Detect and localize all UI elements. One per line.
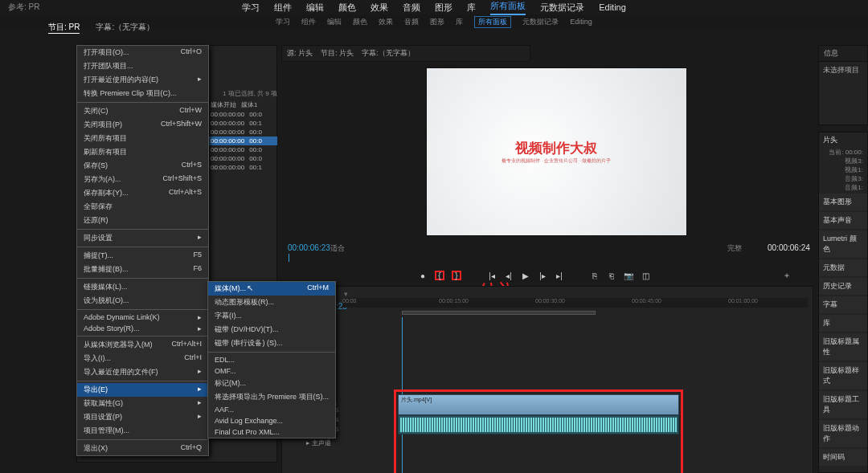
timeline-tracks[interactable]: 👁 V1 ■ ◉ 🔒 A1 M S 🎵 🔒 A2 M S 🎵 🔒 A3 M S … [303,317,808,473]
comparison-icon[interactable]: ◫ [641,271,650,280]
video-clip[interactable]: 片头.mp4[V] [398,394,679,415]
menu-item[interactable]: 链接媒体(L)... [77,280,208,294]
side-panel-tab[interactable]: 旧版标题动作 [819,420,867,447]
submenu-item[interactable]: Avid Log Exchange... [208,415,335,426]
program-fit-label[interactable]: 适合 [330,243,345,254]
ws-edit[interactable]: 编辑 [327,17,342,27]
menu-item[interactable]: 导入(I)...Ctrl+I [77,352,208,365]
submenu-item[interactable]: OMF... [208,365,335,377]
side-panel-tab[interactable]: 基本图形 [819,194,867,210]
menu-item[interactable]: 获取属性(G)▸ [77,397,208,410]
submenu-item[interactable]: 字幕(I)... [208,309,335,323]
play-icon[interactable]: ▶ [521,271,530,280]
bin-row[interactable]: 00:00:00:0000:0 [209,145,277,154]
step-fwd-icon[interactable]: |▸ [538,271,547,280]
menu-all-panels[interactable]: 所有面板 [490,0,526,15]
menu-item[interactable]: 批量捕捉(B)...F6 [77,263,208,276]
menu-item[interactable]: 导出(E)▸ [77,383,208,397]
menu-item[interactable]: 关闭(C)Ctrl+W [77,104,208,118]
side-panel-tab[interactable]: 基本声音 [819,212,867,229]
side-panel-tab[interactable]: 旧版标题工具 [819,391,867,418]
mark-out-button[interactable]: } [452,271,461,280]
submenu-item[interactable]: 磁带 (串行设备) (S)... [208,336,335,350]
step-back-icon[interactable]: ◂| [504,271,514,280]
work-area-bar[interactable] [402,311,596,315]
ws-assembly[interactable]: 组件 [301,17,316,27]
program-in-tc[interactable]: 00:00:06:23 [288,243,330,252]
menu-graphics[interactable]: 图形 [435,2,452,14]
menu-item[interactable]: 设为脱机(O)... [77,294,208,308]
menu-assembly[interactable]: 组件 [274,2,292,14]
menu-item[interactable]: 保存(S)Ctrl+S [77,159,208,173]
menu-item[interactable]: 关闭所有项目 [77,132,208,145]
menu-item[interactable]: 导入最近使用的文件(F)▸ [77,365,208,379]
go-to-in-icon[interactable]: |◂ [487,271,497,280]
bin-row[interactable]: 00:00:00:0000:1 [209,163,277,172]
program-ruler[interactable] [285,254,800,262]
menu-effects[interactable]: 效果 [371,2,388,14]
menu-item[interactable]: 同步设置▸ [77,231,208,245]
menu-item[interactable]: 全部保存 [77,200,208,214]
side-panel-tab[interactable]: 字幕 [819,296,867,313]
menu-item[interactable]: 项目设置(P)▸ [77,410,208,424]
menu-edit[interactable]: 编辑 [306,2,324,14]
ws-learn[interactable]: 学习 [276,17,290,27]
submenu-item[interactable]: AAF... [208,404,335,415]
extract-icon[interactable]: ⎗ [607,271,616,280]
shelf-captions[interactable]: 字幕:（无字幕） [96,22,154,34]
program-full-label[interactable]: 完整 [727,243,742,254]
src-tab-captions[interactable]: 字幕:（无字幕） [362,49,415,57]
bin-row[interactable]: 00:00:00:0000:0 [209,110,277,119]
src-tab-source[interactable]: 源: 片头 [287,49,313,57]
src-tab-program[interactable]: 节目: 片头 [321,49,354,57]
menu-item[interactable]: 还原(R) [77,214,208,227]
side-panel-tab[interactable]: 元数据 [819,259,867,276]
menu-item[interactable]: 关闭项目(P)Ctrl+Shift+W [77,118,208,132]
program-monitor[interactable]: 视频制作大叔 最专业的视频制作 · 企业宣传片公司 · 做最好的片子 [426,67,687,236]
menu-audio[interactable]: 音频 [403,2,420,14]
menu-item[interactable]: 转换 Premiere Clip 项目(C)... [77,87,208,100]
menu-learn[interactable]: 学习 [242,2,260,14]
menu-item[interactable]: 捕捉(T)...F5 [77,249,208,263]
menu-metadata[interactable]: 元数据记录 [540,2,584,14]
submenu-item[interactable]: 媒体(M)...Ctrl+M↖ [208,282,335,296]
ws-graphics[interactable]: 图形 [430,17,444,27]
export-frame-icon[interactable]: 📷 [624,271,633,280]
menu-item[interactable]: Adobe Story(R)...▸ [77,323,208,334]
side-panel-tab[interactable]: 旧版标题属性 [819,333,867,361]
side-panel-tab[interactable]: 历史记录 [819,278,867,295]
add-marker-icon[interactable]: ● [418,271,428,280]
submenu-item[interactable]: EDL... [208,354,335,365]
menu-editing[interactable]: Editing [599,2,626,12]
ws-metadata[interactable]: 元数据记录 [522,17,559,27]
bin-row[interactable]: 00:00:00:0000:0 [209,137,277,145]
menu-item[interactable]: 退出(X)Ctrl+Q [77,442,208,455]
bin-row[interactable]: 00:00:00:0000:1 [209,119,277,128]
bin-row[interactable]: 00:00:00:0000:0 [209,154,277,163]
menu-item[interactable]: 从媒体浏览器导入(M)Ctrl+Alt+I [77,338,208,352]
ws-lib[interactable]: 库 [456,17,463,27]
submenu-item[interactable]: 标记(M)... [208,377,335,390]
mark-in-button[interactable]: { [435,271,444,280]
submenu-item[interactable]: 磁带 (DV/HDV)(T)... [208,323,335,336]
button-editor-icon[interactable]: ＋ [782,271,792,280]
go-to-out-icon[interactable]: ▸| [555,271,564,280]
side-panel-tab[interactable]: Lumetri 颜色 [819,230,867,258]
side-panel-tab[interactable]: 旧版标题样式 [819,362,867,389]
ws-effects[interactable]: 效果 [379,17,393,27]
menu-item[interactable]: 打开项目(O)...Ctrl+O [77,46,208,59]
menu-item[interactable]: 打开团队项目... [77,59,208,73]
menu-item[interactable]: 另存为(A)...Ctrl+Shift+S [77,173,208,186]
menu-item[interactable]: 项目管理(M)... [77,424,208,438]
side-panel-tab[interactable]: 库 [819,315,867,332]
ws-audio[interactable]: 音频 [404,17,419,27]
timeline-ruler[interactable]: 00:00 00:00:15:00 00:00:30:00 00:00:45:0… [342,298,808,308]
audio-clip[interactable] [398,415,679,434]
submenu-item[interactable]: 动态图形模板(R)... [208,296,335,309]
ws-color[interactable]: 颜色 [353,17,367,27]
program-out-tc[interactable]: 00:00:06:24 [768,243,810,252]
side-panel-tab[interactable]: 时间码 [819,449,867,466]
menu-color[interactable]: 颜色 [338,2,356,14]
bin-row[interactable]: 00:00:00:0000:0 [209,128,277,137]
menu-item[interactable]: 打开最近使用的内容(E)▸ [77,73,208,87]
